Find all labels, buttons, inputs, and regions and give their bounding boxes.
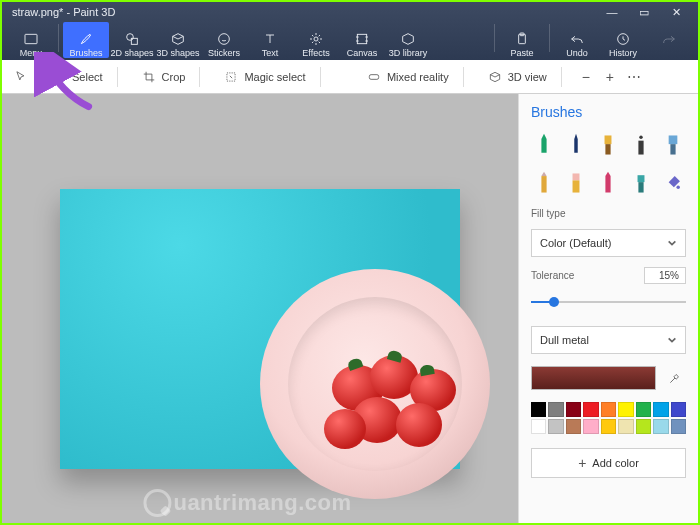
current-color-swatch[interactable] <box>531 366 656 390</box>
tab-label: 2D shapes <box>110 48 153 58</box>
color-swatch[interactable] <box>548 419 563 434</box>
tab-text[interactable]: Text <box>247 22 293 58</box>
stickers-icon <box>216 30 232 48</box>
color-swatch[interactable] <box>653 402 668 417</box>
watermark-q-icon <box>143 489 171 517</box>
svg-point-4 <box>314 37 318 41</box>
tab-stickers[interactable]: Stickers <box>201 22 247 58</box>
color-swatch[interactable] <box>636 419 651 434</box>
crop-tool[interactable]: Crop <box>130 60 213 93</box>
overflow-button[interactable]: ⋯ <box>622 69 646 85</box>
maximize-button[interactable]: ▭ <box>628 6 660 19</box>
text-icon <box>262 30 278 48</box>
svg-rect-22 <box>638 182 643 192</box>
tab-label: Brushes <box>69 48 102 58</box>
paste-button[interactable]: Paste <box>499 22 545 58</box>
material-dropdown[interactable]: Dull metal <box>531 326 686 354</box>
library-icon <box>400 30 416 48</box>
svg-rect-0 <box>25 34 37 43</box>
color-swatch[interactable] <box>566 402 581 417</box>
color-swatch[interactable] <box>653 419 668 434</box>
brush-icon <box>78 30 94 48</box>
redo-button-disabled <box>646 22 692 58</box>
svg-point-3 <box>219 34 230 45</box>
tab-3d-library[interactable]: 3D library <box>385 22 431 58</box>
tolerance-value[interactable]: 15% <box>644 267 686 284</box>
svg-rect-14 <box>638 141 643 155</box>
brush-pixel[interactable] <box>628 168 654 198</box>
fill-type-dropdown[interactable]: Color (Default) <box>531 229 686 257</box>
color-swatch[interactable] <box>671 419 686 434</box>
color-swatch[interactable] <box>618 402 633 417</box>
chevron-down-icon <box>667 238 677 248</box>
brush-marker[interactable] <box>531 130 557 160</box>
brush-pencil[interactable] <box>531 168 557 198</box>
minimize-button[interactable]: — <box>596 6 628 18</box>
ribbon: Menu Brushes 2D shapes 3D shapes Sticker… <box>2 22 698 60</box>
mixed-reality-button[interactable]: Mixed reality <box>355 60 476 93</box>
canvas-icon <box>354 30 370 48</box>
svg-rect-12 <box>605 135 612 144</box>
tab-2d-shapes[interactable]: 2D shapes <box>109 22 155 58</box>
color-swatch[interactable] <box>531 402 546 417</box>
brush-crayon[interactable] <box>595 168 621 198</box>
paste-icon <box>514 30 530 48</box>
tab-canvas[interactable]: Canvas <box>339 22 385 58</box>
tab-brushes[interactable]: Brushes <box>63 22 109 58</box>
color-swatch[interactable] <box>531 419 546 434</box>
close-button[interactable]: ✕ <box>660 6 692 19</box>
color-swatch[interactable] <box>566 419 581 434</box>
3d-view-button[interactable]: 3D view <box>476 60 574 93</box>
history-button[interactable]: History <box>600 22 646 58</box>
zoom-in-button[interactable]: + <box>598 69 622 85</box>
color-swatch[interactable] <box>636 402 651 417</box>
add-color-button[interactable]: + Add color <box>531 448 686 478</box>
color-swatch[interactable] <box>548 402 563 417</box>
tolerance-label: Tolerance <box>531 270 574 281</box>
tolerance-slider[interactable] <box>531 294 686 310</box>
chevron-down-icon <box>667 335 677 345</box>
color-swatch[interactable] <box>583 419 598 434</box>
fill-type-value: Color (Default) <box>540 237 612 249</box>
undo-button[interactable]: Undo <box>554 22 600 58</box>
color-swatch[interactable] <box>583 402 598 417</box>
brush-grid <box>531 130 686 198</box>
brush-oil[interactable] <box>595 130 621 160</box>
menu-button[interactable]: Menu <box>8 22 54 58</box>
shapes2d-icon <box>124 30 140 48</box>
brush-spray[interactable] <box>628 130 654 160</box>
add-color-label: Add color <box>592 457 638 469</box>
eyedropper-button[interactable] <box>664 367 686 389</box>
tab-label: Effects <box>302 48 329 58</box>
brushes-panel: Brushes Fill type Color (Default) Tolera… <box>518 94 698 523</box>
sub-toolbar: Select Crop Magic select Mixed reality 3… <box>2 60 698 94</box>
color-swatch[interactable] <box>601 419 616 434</box>
brush-watercolor[interactable] <box>660 130 686 160</box>
brush-calligraphy[interactable] <box>563 130 589 160</box>
select-tool[interactable]: Select <box>40 60 130 93</box>
tab-3d-shapes[interactable]: 3D shapes <box>155 22 201 58</box>
pointer-tool[interactable] <box>2 60 40 93</box>
svg-point-23 <box>676 186 679 189</box>
main-area: uantrimang.com Brushes Fill type Color (… <box>2 94 698 523</box>
separator <box>58 24 59 52</box>
canvas-image <box>60 189 460 469</box>
panel-title: Brushes <box>531 104 686 120</box>
brush-fill[interactable] <box>660 168 686 198</box>
canvas-viewport[interactable]: uantrimang.com <box>2 94 518 523</box>
window-title: straw.png* - Paint 3D <box>8 6 596 18</box>
zoom-out-button[interactable]: − <box>574 69 598 85</box>
color-swatch[interactable] <box>601 402 616 417</box>
menu-label: Menu <box>20 48 43 58</box>
tab-label: 3D shapes <box>156 48 199 58</box>
fill-type-label: Fill type <box>531 208 686 219</box>
tab-label: Stickers <box>208 48 240 58</box>
svg-rect-18 <box>541 176 546 192</box>
tab-effects[interactable]: Effects <box>293 22 339 58</box>
svg-point-15 <box>639 135 642 138</box>
color-swatch[interactable] <box>618 419 633 434</box>
color-swatch[interactable] <box>671 402 686 417</box>
shapes3d-icon <box>170 30 186 48</box>
brush-eraser[interactable] <box>563 168 589 198</box>
magic-select-tool[interactable]: Magic select <box>212 60 332 93</box>
